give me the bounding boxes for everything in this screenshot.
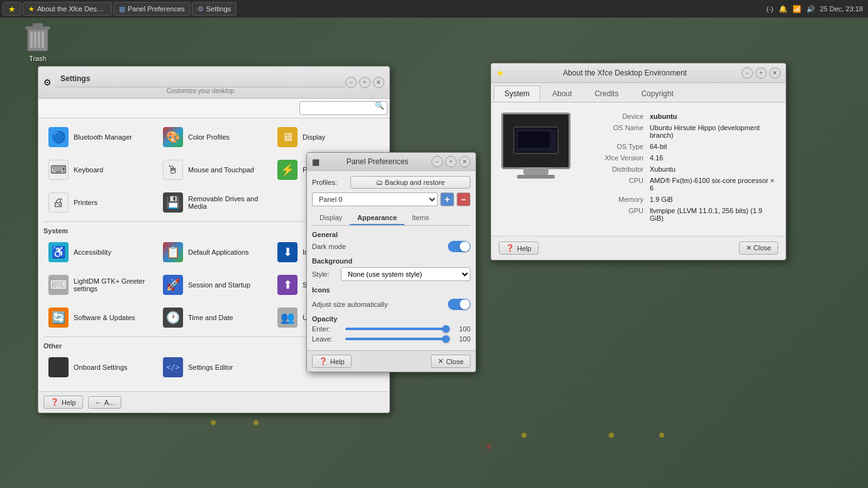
- leave-label: Leave:: [312, 335, 340, 343]
- about-titlebar: ★ About the Xfce Desktop Environment – +…: [491, 64, 786, 83]
- settings-item-mouse[interactable]: 🖱 Mouse and Touchpad: [158, 156, 270, 184]
- about-help-btn[interactable]: ❓ Help: [499, 241, 538, 255]
- panel-close-footer-btn[interactable]: ✕ Close: [431, 355, 470, 368]
- settings-item-onboard[interactable]: Onboard Settings: [43, 353, 155, 381]
- settings-item-session[interactable]: 🚀 Session and Startup: [158, 271, 270, 299]
- settings-icon: ⚙: [198, 5, 204, 13]
- about-minimize-btn[interactable]: –: [742, 67, 753, 79]
- leave-opacity-row: Leave: 100: [312, 335, 470, 343]
- panel-add-btn[interactable]: +: [440, 192, 454, 206]
- tab-appearance[interactable]: Appearance: [350, 211, 404, 225]
- profiles-btn[interactable]: 🗂 Backup and restore: [350, 176, 470, 189]
- software-u-icon: ⬆: [277, 275, 298, 295]
- removable-label: Removable Drives and Media: [188, 195, 265, 210]
- settings-item-removable[interactable]: 💾 Removable Drives and Media: [158, 189, 270, 216]
- taskbar: ★ ★ About the Xfce Desktop Envir... ▦ Pa…: [0, 0, 868, 18]
- style-dropdown[interactable]: None (use system style): [341, 267, 470, 281]
- accessibility-icon: ♿: [48, 242, 69, 262]
- dot4: [609, 433, 614, 438]
- tab-system[interactable]: System: [494, 86, 540, 102]
- settings-win-controls: – + ✕: [345, 77, 384, 88]
- about-close-btn[interactable]: ✕: [769, 67, 781, 79]
- trash-icon[interactable]: Trash: [16, 22, 60, 62]
- help-icon: ❓: [50, 398, 59, 406]
- gpu-row: GPU llvmpipe (LLVM 11.0.1, 256 bits) (1.…: [581, 207, 776, 222]
- mouse-icon: 🖱: [163, 160, 183, 180]
- tab-credits[interactable]: Credits: [584, 86, 629, 102]
- about-close-footer-btn[interactable]: ✕ Close: [739, 241, 778, 255]
- settings-item-accessibility[interactable]: ♿ Accessibility: [43, 238, 155, 266]
- sw-updates-icon: 🔄: [48, 308, 69, 328]
- panel-maximize-btn[interactable]: +: [445, 156, 457, 167]
- keyboard-icon: ⌨: [48, 160, 69, 180]
- panel-close-btn[interactable]: ✕: [459, 156, 470, 167]
- settings-item-sw-updates[interactable]: 🔄 Software & Updates: [43, 304, 155, 331]
- settings-item-time[interactable]: 🕐 Time and Date: [158, 304, 270, 331]
- panel-dropdown[interactable]: Panel 0: [312, 192, 438, 206]
- settings-item-printers[interactable]: 🖨 Printers: [43, 189, 155, 216]
- kbd-icon[interactable]: (-): [767, 5, 774, 13]
- taskbar-xfce-btn[interactable]: ★: [3, 2, 21, 16]
- panel-help-icon: ❓: [319, 357, 328, 365]
- enter-slider[interactable]: [345, 328, 450, 330]
- tab-display[interactable]: Display: [312, 211, 350, 225]
- settings-close-btn[interactable]: ✕: [373, 77, 384, 88]
- panel-selector-row: Panel 0 + –: [312, 192, 470, 206]
- color-icon: 🎨: [163, 127, 183, 147]
- settings-help-btn[interactable]: ❓ Help: [43, 396, 83, 409]
- panel-tabs: Display Appearance Items: [312, 211, 470, 226]
- about-footer: ❓ Help ✕ Close: [491, 236, 786, 260]
- enter-opacity-row: Enter: 100: [312, 325, 470, 333]
- settings-subtitle: Customize your desktop: [55, 87, 345, 94]
- panel-label: Panel Preferences: [128, 5, 185, 13]
- panel-remove-btn[interactable]: –: [457, 192, 470, 206]
- settings-item-lightdm[interactable]: ⌨ LightDM GTK+ Greeter settings: [43, 271, 155, 299]
- taskbar-left: ★ ★ About the Xfce Desktop Envir... ▦ Pa…: [0, 2, 236, 16]
- tab-copyright[interactable]: Copyright: [630, 86, 684, 102]
- taskbar-about-btn[interactable]: ★ About the Xfce Desktop Envir...: [23, 2, 112, 16]
- tab-items[interactable]: Items: [404, 211, 437, 225]
- system-info-table: Device xubuntu OS Name Ubuntu Hirsute Hi…: [581, 113, 776, 226]
- settings-apply-btn[interactable]: ← A...: [88, 396, 122, 409]
- adjust-size-toggle[interactable]: [448, 299, 470, 310]
- default-apps-label: Default Applications: [188, 248, 249, 256]
- display-icon: 🖥: [277, 127, 298, 147]
- xfce-star-icon: ★: [8, 4, 16, 14]
- panel-help-btn[interactable]: ❓ Help: [312, 355, 352, 368]
- settings-item-settings-editor[interactable]: </> Settings Editor: [158, 353, 270, 381]
- panel-minimize-btn[interactable]: –: [431, 156, 443, 167]
- printers-icon: 🖨: [48, 192, 69, 213]
- settings-item-keyboard[interactable]: ⌨ Keyboard: [43, 156, 155, 184]
- settings-item-bluetooth[interactable]: 🔵 Bluetooth Manager: [43, 123, 155, 151]
- settings-item-default-apps[interactable]: 📋 Default Applications: [158, 238, 270, 266]
- volume-icon[interactable]: 🔊: [806, 5, 815, 13]
- settings-icon-sm: ⚙: [43, 77, 52, 87]
- settings-minimize-btn[interactable]: –: [345, 77, 357, 88]
- leave-slider[interactable]: [345, 338, 450, 340]
- settings-item-color[interactable]: 🎨 Color Profiles: [158, 123, 270, 151]
- style-row: Style: None (use system style): [312, 267, 470, 281]
- distributor-key: Distributor: [581, 165, 650, 173]
- settings-item-display[interactable]: 🖥 Display: [272, 123, 384, 151]
- leave-value: 100: [455, 335, 470, 343]
- accessibility-label: Accessibility: [74, 248, 111, 256]
- clock: 25 Dec, 23:18: [820, 5, 864, 13]
- settings-titlebar: ⚙ Settings Customize your desktop – + ✕: [38, 67, 389, 99]
- taskbar-settings-btn[interactable]: ⚙ Settings: [192, 2, 237, 16]
- gpu-value: llvmpipe (LLVM 11.0.1, 256 bits) (1.9 Gi…: [650, 207, 776, 222]
- notification-icon[interactable]: 🔔: [779, 5, 787, 13]
- help-label: Help: [62, 399, 76, 406]
- svg-rect-1: [30, 31, 33, 48]
- settings-search-input[interactable]: [299, 101, 387, 115]
- about-maximize-btn[interactable]: +: [755, 67, 767, 79]
- keyboard-label: Keyboard: [74, 166, 103, 174]
- panel-prefs-icon: ▦: [312, 157, 320, 167]
- dark-mode-toggle[interactable]: [448, 241, 470, 252]
- network-icon[interactable]: 📶: [793, 5, 801, 13]
- settings-maximize-btn[interactable]: +: [359, 77, 370, 88]
- tab-about[interactable]: About: [542, 86, 582, 102]
- svg-rect-3: [38, 31, 40, 48]
- about-content: Device xubuntu OS Name Ubuntu Hirsute Hi…: [491, 103, 786, 236]
- taskbar-panel-btn[interactable]: ▦ Panel Preferences: [113, 2, 191, 16]
- svg-rect-2: [34, 31, 36, 48]
